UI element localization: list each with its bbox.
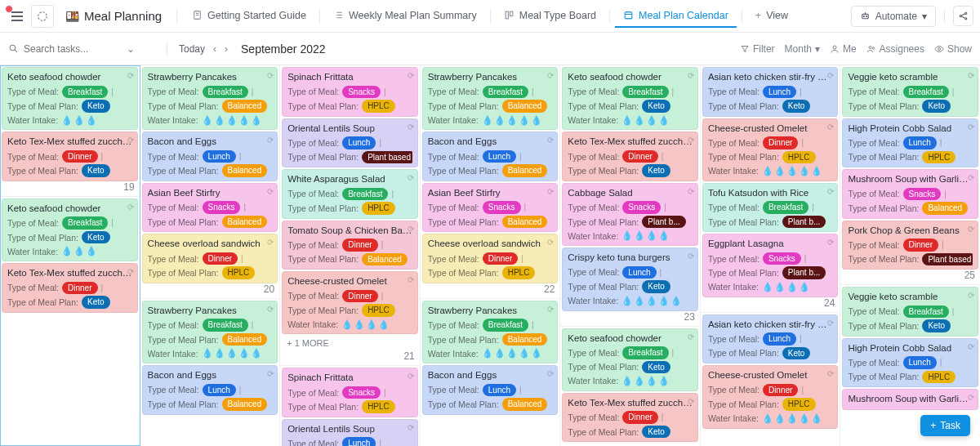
task-card[interactable]: ⟳Eggplant LasagnaType of Meal:Snacks|Typ… — [702, 234, 839, 297]
task-card[interactable]: ⟳Asian keto chicken stir-fry with brocTy… — [702, 67, 839, 117]
water-drops: 💧💧💧💧💧 — [202, 114, 263, 127]
assignees-filter[interactable]: Assignees — [866, 43, 924, 55]
task-card[interactable]: ⟳Keto Tex-Mex stuffed zucchini boatType … — [2, 132, 138, 181]
task-card[interactable]: ⟳Spinach FrittataType of Meal:Snacks|Typ… — [282, 67, 418, 117]
plan-pill: Balanced — [222, 216, 268, 229]
field-label: Type of Meal: — [848, 86, 899, 97]
me-filter[interactable]: Me — [830, 43, 857, 55]
field-label: Type of Meal: — [708, 86, 760, 97]
chevron-down-icon[interactable]: ⌄ — [127, 43, 135, 55]
task-card[interactable]: ⟳Bacon and EggsType of Meal:Lunch|Type o… — [422, 132, 559, 181]
search-box[interactable]: ⌄ — [8, 43, 155, 55]
task-card[interactable]: ⟳Asian keto chicken stir-fry with bType … — [702, 314, 839, 364]
task-card[interactable]: ⟳Cheese overload sandwichType of Meal:Di… — [422, 234, 559, 283]
field-label: Type of Meal Plan: — [568, 426, 639, 438]
task-card[interactable]: ⟳Strawberry PancakesType of Meal:Breakfa… — [422, 301, 559, 363]
tab-weekly-summary[interactable]: Weekly Meal Plan Summary — [325, 5, 485, 28]
field-label: Type of Meal: — [428, 253, 479, 265]
task-card[interactable]: ⟳Asian Beef StirfryType of Meal:Snacks|T… — [422, 183, 559, 233]
filter-button[interactable]: Filter — [740, 43, 775, 55]
task-card[interactable]: ⟳Mushroom Soup with Garlic Bre — [842, 389, 978, 410]
tab-add-view[interactable]: + View — [747, 5, 796, 28]
automate-button[interactable]: Automate ▾ — [851, 6, 936, 27]
task-card[interactable]: ⟳Spinach FrittataType of Meal:Snacks|Typ… — [282, 368, 418, 417]
new-task-button[interactable]: + Task — [920, 415, 970, 436]
field-label: Type of Meal: — [848, 239, 899, 251]
meal-pill: Lunch — [483, 150, 516, 163]
day-column[interactable]: ⟳Keto seafood chowderType of Meal:Breakf… — [560, 65, 701, 446]
plan-pill: Plant based — [362, 151, 412, 164]
recurring-icon: ⟳ — [827, 368, 834, 380]
task-card[interactable]: ⟳Tomato Soup & Chicken BarbecueType of M… — [282, 221, 418, 270]
task-card[interactable]: ⟳Keto seafood chowderType of Meal:Breakf… — [2, 67, 138, 130]
task-card[interactable]: ⟳Strawberry PancakesType of Meal:Breakfa… — [422, 67, 559, 130]
plan-pill: HPLC — [782, 398, 816, 411]
task-card[interactable]: ⟳Cheese-crusted OmeletType of Meal:Dinne… — [282, 271, 418, 334]
tab-meal-type-board[interactable]: Meal Type Board — [496, 5, 604, 28]
field-label: Type of Meal Plan: — [7, 165, 78, 176]
meal-pill: Snacks — [903, 188, 942, 201]
day-column[interactable]: ⟳Keto seafood chowderType of Meal:Breakf… — [0, 65, 140, 446]
plan-pill: Balanced — [222, 100, 268, 113]
field-label: Type of Meal Plan: — [708, 267, 779, 279]
share-button[interactable] — [953, 6, 973, 26]
svg-point-8 — [960, 15, 961, 16]
day-column[interactable]: ⟳Asian keto chicken stir-fry with brocTy… — [701, 65, 841, 446]
separator — [167, 42, 167, 56]
more-tasks-link[interactable]: + 1 MORE — [282, 336, 418, 350]
task-card[interactable]: ⟳Cheese-crusted OmeletType of Meal:Dinne… — [702, 365, 839, 428]
water-drops: 💧💧💧💧💧 — [202, 347, 263, 359]
day-column[interactable]: ⟳Spinach FrittataType of Meal:Snacks|Typ… — [280, 65, 421, 446]
task-card[interactable]: ⟳Keto Tex-Mex stuffed zucchini bType of … — [2, 263, 138, 313]
task-card[interactable]: ⟳Bacon and EggsType of Meal:Lunch|Type o… — [142, 132, 278, 181]
task-card[interactable]: ⟳High Protein Cobb SaladType of Meal:Lun… — [842, 338, 978, 388]
task-card[interactable]: ⟳Crispy keto tuna burgersType of Meal:Lu… — [562, 248, 698, 310]
recurring-icon: ⟳ — [267, 70, 274, 82]
task-card[interactable]: ⟳Cheese overload sandwichType of Meal:Di… — [142, 234, 278, 283]
plan-pill: Balanced — [362, 253, 408, 266]
task-card[interactable]: ⟳White Asparagus SaladType of Meal:Break… — [282, 169, 418, 219]
meal-pill: Dinner — [622, 411, 657, 424]
next-month-button[interactable]: › — [225, 43, 228, 55]
day-column[interactable]: ⟳Veggie keto scrambleType of Meal:Breakf… — [840, 65, 980, 446]
task-card[interactable]: ⟳Veggie keto scrambleType of Meal:Breakf… — [842, 287, 978, 337]
field-label: Type of Meal: — [148, 151, 199, 163]
day-column[interactable]: ⟳Strawberry PancakesType of Meal:Breakfa… — [140, 65, 281, 446]
field-label: Type of Meal Plan: — [148, 100, 219, 112]
task-card[interactable]: ⟳Mushroom Soup with Garlic BreType of Me… — [842, 169, 978, 219]
task-card[interactable]: ⟳Cabbage SaladType of Meal:Snacks|Type o… — [562, 183, 698, 246]
task-card[interactable]: ⟳Keto Tex-Mex stuffed zucchini bType of … — [562, 132, 698, 181]
task-card[interactable]: ⟳Strawberry PancakesType of Meal:Breakfa… — [142, 301, 278, 363]
day-number: 19 — [123, 181, 134, 193]
task-card[interactable]: ⟳High Protein Cobb SaladType of Meal:Lun… — [842, 118, 978, 168]
hamburger-menu[interactable] — [7, 7, 28, 26]
field-label: Type of Meal: — [708, 137, 760, 149]
task-card[interactable]: ⟳Oriental Lentils SoupType of Meal:Lunch… — [282, 419, 418, 446]
show-button[interactable]: Show — [934, 43, 972, 55]
field-label: Type of Meal Plan: — [148, 216, 219, 228]
task-card[interactable]: ⟳Bacon and EggsType of Meal:Lunch|Type o… — [422, 365, 559, 415]
task-card[interactable]: ⟳Tofu Katsudon with RiceType of Meal:Bre… — [702, 183, 839, 233]
task-card[interactable]: ⟳Keto seafood chowderType of Meal:Breakf… — [562, 67, 698, 130]
task-card[interactable]: ⟳Keto Tex-Mex stuffed zucchini bType of … — [562, 393, 698, 443]
today-button[interactable]: Today — [179, 43, 205, 55]
task-card[interactable]: ⟳Cheese-crusted OmeletType of Meal:Dinne… — [702, 118, 839, 181]
task-card[interactable]: ⟳Asian Beef StirfryType of Meal:Snacks|T… — [142, 183, 278, 233]
task-title: Mushroom Soup with Garlic Bre — [848, 173, 973, 186]
task-card[interactable]: ⟳Veggie keto scrambleType of Meal:Breakf… — [842, 67, 978, 117]
task-card[interactable]: ⟳Pork Chop & Green BeansType of Meal:Din… — [842, 221, 978, 270]
task-title: Bacon and Eggs — [148, 136, 273, 149]
recurring-icon: ⟳ — [408, 172, 414, 184]
task-card[interactable]: ⟳Oriental Lentils SoupType of Meal:Lunch… — [282, 118, 418, 168]
search-input[interactable] — [24, 43, 122, 55]
tab-meal-plan-calendar[interactable]: Meal Plan Calendar — [615, 5, 737, 28]
tab-getting-started[interactable]: Getting Started Guide — [184, 5, 314, 28]
field-label: Type of Meal: — [148, 202, 199, 213]
task-card[interactable]: ⟳Keto seafood chowderType of Meal:Breakf… — [2, 198, 138, 261]
month-toggle[interactable]: Month ▾ — [785, 43, 820, 55]
day-column[interactable]: ⟳Strawberry PancakesType of Meal:Breakfa… — [421, 65, 561, 446]
prev-month-button[interactable]: ‹ — [213, 43, 216, 55]
task-card[interactable]: ⟳Keto seafood chowderType of Meal:Breakf… — [562, 328, 698, 391]
task-card[interactable]: ⟳Strawberry PancakesType of Meal:Breakfa… — [142, 67, 278, 130]
task-card[interactable]: ⟳Bacon and EggsType of Meal:Lunch|Type o… — [142, 365, 278, 415]
